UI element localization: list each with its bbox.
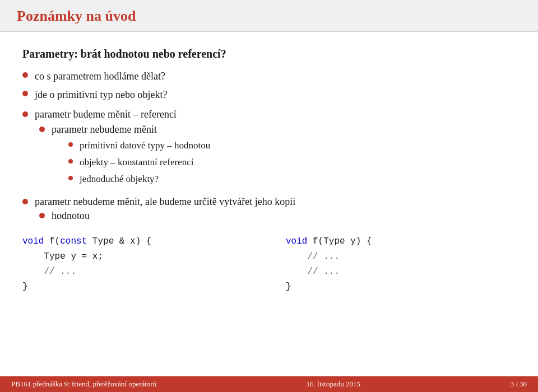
group3: parametr nebudeme měnit, ale budeme urči… [22,196,516,222]
bullet-icon [68,176,73,180]
bullet-icon [68,159,73,164]
keyword: void [22,236,44,246]
slide-title: Poznámky na úvod [17,8,521,25]
bullet-text: co s parametrem hodláme dělat? [35,69,165,83]
bullet-icon [22,91,28,96]
code-line: // ... [286,264,516,279]
comment: // ... [307,267,340,277]
footer-right-text: 3 / 30 [510,380,527,389]
main-bullet-list: co s parametrem hodláme dělat? jde o pri… [22,69,516,102]
keyword: void [286,236,307,246]
bullet-text: parametr nebudeme měnit, ale budeme urči… [35,196,295,208]
list-item: co s parametrem hodláme dělat? [22,69,516,83]
section-heading: Parametry: brát hodnotou nebo referencí? [22,48,516,60]
code-line: void f(const Type & x) { [22,234,252,249]
bullet-icon [68,142,73,147]
group3-sub: hodnotou [39,210,516,222]
bullet-text: parametr nebudeme měnit [52,124,157,135]
code-line: // ... [22,264,252,279]
code-block-2: void f(Type y) { // ... // ... } [286,234,516,295]
bullet-text: jednoduché objekty? [80,172,159,186]
bullet-icon [22,72,28,78]
sub-group: parametr nebudeme měnit primitivní datov… [52,124,210,189]
code-line: } [22,279,252,295]
list-item: primitivní datové typy – hodnotou [68,139,210,152]
list-item: jde o primitivní typ nebo objekt? [22,88,516,102]
footer-center-text: 16. listopadu 2015 [307,380,360,389]
group2: parametr budeme měnit – referencí parame… [22,109,516,189]
bullet-text: objekty – konstantní referencí [80,156,193,169]
code-line: void f(Type y) { [286,234,516,249]
nested-list: primitivní datové typy – hodnotou objekt… [68,139,210,185]
bullet-icon [39,213,45,218]
slide-header: Poznámky na úvod [0,0,538,32]
list-item: jednoduché objekty? [68,172,210,186]
bullet-icon [22,111,28,117]
code-line: } [286,279,516,295]
bullet-icon [22,199,28,204]
code-line: Type y = x; [22,249,252,264]
comment: // ... [44,267,76,277]
code-area: void f(const Type & x) { Type y = x; // … [22,234,516,295]
bullet-icon [39,127,45,132]
slide-body: Parametry: brát hodnotou nebo referencí?… [0,32,538,306]
comment: // ... [307,251,340,262]
code-block-1: void f(const Type & x) { Type y = x; // … [22,234,252,295]
bullet-text: primitivní datové typy – hodnotou [80,139,210,152]
bullet-text: jde o primitivní typ nebo objekt? [35,88,167,102]
footer-left-text: PB161 přednáška 9: friend, přetěžování o… [11,380,156,389]
group2-sub: parametr nebudeme měnit primitivní datov… [39,124,516,189]
slide-footer: PB161 přednáška 9: friend, přetěžování o… [0,376,538,392]
group2-main: parametr budeme měnit – referencí [22,109,516,120]
keyword: const [60,236,87,246]
bullet-text: hodnotou [52,210,90,222]
code-line: // ... [286,249,516,264]
group3-main: parametr nebudeme měnit, ale budeme urči… [22,196,516,208]
list-item: objekty – konstantní referencí [68,156,210,169]
bullet-text: parametr budeme měnit – referencí [35,109,177,120]
